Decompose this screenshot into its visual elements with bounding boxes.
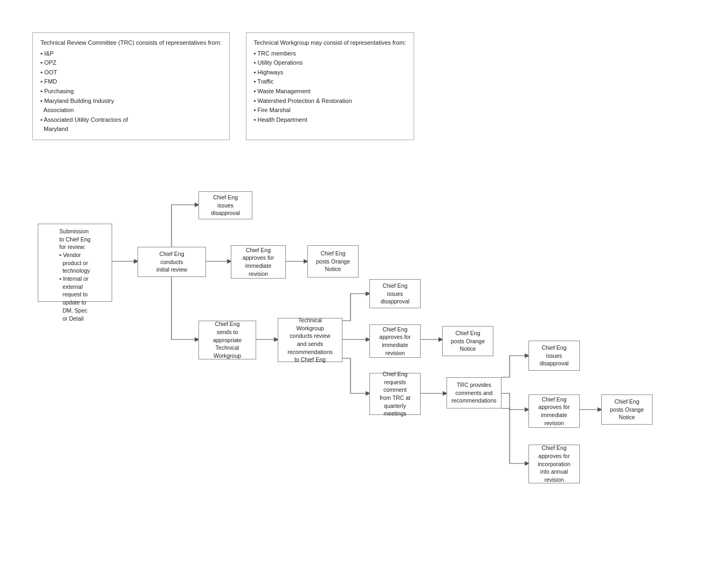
trc-provides-box: TRC providescomments andrecommendations [447, 377, 502, 408]
chief-disapproval-2-box: Chief Engissuesdisapproval [369, 279, 421, 308]
twg-title: Technical Workgroup may consist of repre… [254, 38, 406, 48]
chief-disapproval-1-box: Chief Engissuesdisapproval [198, 191, 252, 219]
twg-info-box: Technical Workgroup may consist of repre… [246, 32, 414, 140]
chief-approves-imm-1-box: Chief Engapproves forimmediaterevision [231, 245, 286, 279]
arrows-svg [32, 162, 690, 582]
page: Technical Review Committee (TRC) consist… [0, 0, 728, 582]
chief-disapproval-3-box: Chief Engissuesdisapproval [528, 341, 580, 371]
info-section: Technical Review Committee (TRC) consist… [32, 32, 696, 140]
chief-approves-imm-2-box: Chief Engapproves forimmediaterevision [369, 324, 421, 358]
chief-approves-imm-3-box: Chief Engapproves forimmediaterevision [528, 394, 580, 428]
trc-title: Technical Review Committee (TRC) consist… [40, 38, 222, 48]
trc-items: • I&P • OPZ • OOT • FMD • Purchasing • M… [40, 49, 222, 134]
chief-orange-2-box: Chief Engposts OrangeNotice [442, 326, 493, 356]
chief-requests-comment-box: Chief Engrequestscommentfrom TRC atquart… [369, 373, 421, 415]
trc-info-box: Technical Review Committee (TRC) consist… [32, 32, 230, 140]
chief-orange-3-box: Chief Engposts OrangeNotice [601, 394, 653, 425]
twg-review-box: TechnicalWorkgroupconducts reviewand sen… [278, 318, 342, 362]
chief-sends-twg-box: Chief Engsends toappropriateTechnicalWor… [198, 321, 256, 359]
submission-box: Submission to Chief Eng for review: • Ve… [38, 224, 112, 302]
chief-annual-box: Chief Engapproves forincorporationinto a… [528, 445, 580, 483]
chief-initial-box: Chief Engconductsinitial review [138, 247, 206, 277]
flowchart: Submission to Chief Eng for review: • Ve… [32, 162, 690, 582]
twg-items: • TRC members • Utility Operations • Hig… [254, 49, 406, 125]
chief-orange-1-box: Chief Engposts OrangeNotice [307, 245, 359, 278]
